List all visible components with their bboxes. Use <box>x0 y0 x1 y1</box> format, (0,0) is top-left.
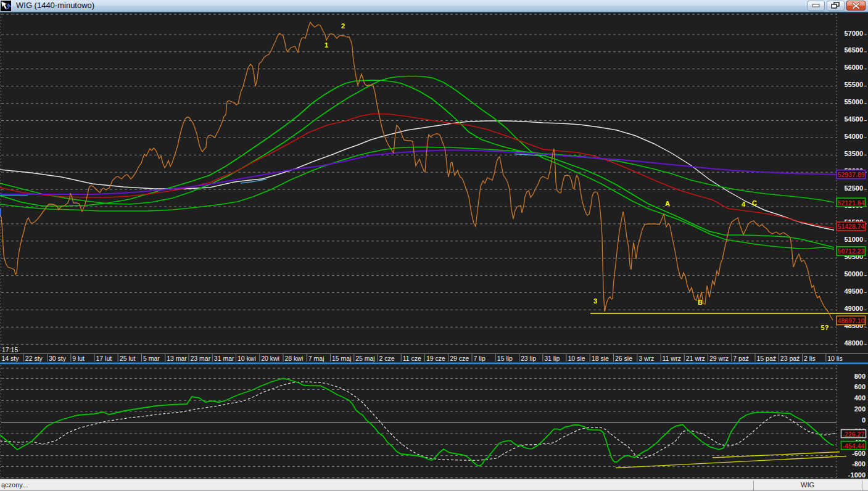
svg-text:25 maj: 25 maj <box>355 355 375 362</box>
svg-text:23 paź: 23 paź <box>780 355 800 362</box>
svg-text:50000: 50000 <box>844 270 863 278</box>
svg-text:18 sie: 18 sie <box>592 355 609 362</box>
svg-text:10 kwi: 10 kwi <box>238 355 256 362</box>
svg-text:52937.89: 52937.89 <box>838 171 865 178</box>
svg-text:15 lip: 15 lip <box>497 355 513 362</box>
svg-text:19 cze: 19 cze <box>426 355 445 362</box>
svg-text:52121.84: 52121.84 <box>838 199 865 207</box>
svg-text:-1000: -1000 <box>848 471 866 479</box>
svg-text:15 paź: 15 paź <box>757 355 777 362</box>
svg-text:13 mar: 13 mar <box>167 355 187 362</box>
svg-text:54500: 54500 <box>844 115 863 123</box>
svg-text:400: 400 <box>854 394 866 402</box>
svg-text:57000: 57000 <box>844 30 863 37</box>
svg-text:1: 1 <box>324 41 328 49</box>
svg-text:23 mar: 23 mar <box>191 355 211 362</box>
svg-text:48697.10: 48697.10 <box>838 317 865 324</box>
svg-text:5?: 5? <box>821 324 829 331</box>
svg-text:50712.23: 50712.23 <box>838 247 865 255</box>
svg-text:200: 200 <box>854 405 866 413</box>
svg-text:10 sie: 10 sie <box>568 355 585 362</box>
svg-text:800: 800 <box>854 373 866 380</box>
svg-text:25 lut: 25 lut <box>120 355 136 362</box>
svg-text:28 kwi: 28 kwi <box>285 355 304 362</box>
svg-text:56500: 56500 <box>844 46 863 54</box>
svg-text:52500: 52500 <box>844 184 863 192</box>
svg-text:4: 4 <box>742 200 746 208</box>
svg-text:54000: 54000 <box>844 133 863 140</box>
svg-text:7 paź: 7 paź <box>733 355 749 362</box>
svg-text:-600: -600 <box>852 450 866 457</box>
svg-text:15 maj: 15 maj <box>332 355 352 362</box>
svg-text:49500: 49500 <box>844 287 863 295</box>
svg-text:29 cze: 29 cze <box>450 355 469 362</box>
svg-text:11 wrz: 11 wrz <box>663 355 681 362</box>
svg-text:3: 3 <box>593 297 597 305</box>
svg-text:20 kwi: 20 kwi <box>261 355 279 362</box>
svg-text:23 lip: 23 lip <box>521 355 536 362</box>
svg-text:29 wrz: 29 wrz <box>709 355 729 362</box>
svg-text:-454.44: -454.44 <box>843 442 865 450</box>
svg-text:5 mar: 5 mar <box>143 355 160 362</box>
svg-text:17 lut: 17 lut <box>96 355 112 362</box>
svg-text:A: A <box>665 200 670 207</box>
svg-text:-800: -800 <box>852 460 866 468</box>
svg-text:2 lis: 2 lis <box>804 355 816 362</box>
svg-text:2: 2 <box>341 22 345 30</box>
svg-text:9 lut: 9 lut <box>72 355 85 362</box>
svg-text:55500: 55500 <box>844 81 863 88</box>
svg-text:14 sty: 14 sty <box>2 355 20 362</box>
svg-text:51428.74: 51428.74 <box>838 223 865 230</box>
svg-text:10 lis: 10 lis <box>827 355 843 362</box>
svg-text:22 sty: 22 sty <box>25 355 43 362</box>
svg-text:C: C <box>752 199 757 207</box>
svg-text:3 wrz: 3 wrz <box>639 355 654 362</box>
svg-text:21 wrz: 21 wrz <box>686 355 705 362</box>
svg-text:48000: 48000 <box>844 339 863 347</box>
svg-text:55000: 55000 <box>844 98 863 105</box>
svg-text:31 mar: 31 mar <box>214 355 234 362</box>
svg-text:7 maj: 7 maj <box>308 355 324 362</box>
svg-text:56000: 56000 <box>844 64 863 71</box>
svg-text:26 sie: 26 sie <box>615 355 632 362</box>
svg-text:49000: 49000 <box>844 305 863 312</box>
svg-text:51000: 51000 <box>844 236 863 243</box>
svg-text:17:15: 17:15 <box>2 346 18 353</box>
svg-text:2 cze: 2 cze <box>379 355 395 362</box>
svg-text:0: 0 <box>862 416 866 424</box>
svg-text:B: B <box>698 299 703 306</box>
svg-text:31 lip: 31 lip <box>544 355 560 362</box>
svg-text:11 cze: 11 cze <box>403 355 421 362</box>
svg-text:600: 600 <box>854 383 866 390</box>
svg-text:30 sty: 30 sty <box>49 355 67 362</box>
svg-text:-226.27: -226.27 <box>843 431 865 438</box>
svg-text:7 lip: 7 lip <box>474 355 486 362</box>
svg-text:53500: 53500 <box>844 150 863 157</box>
